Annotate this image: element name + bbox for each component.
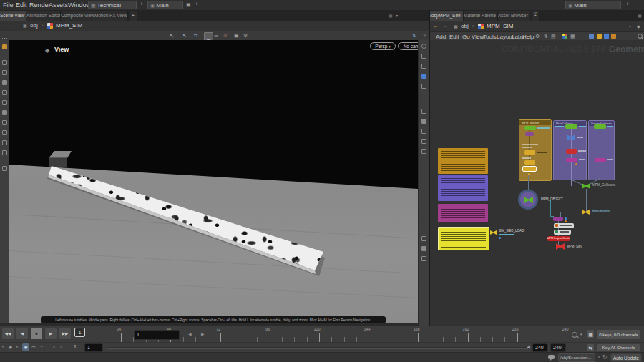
layout-grid-icon[interactable]: ▦ <box>570 34 575 39</box>
pane-link-icon[interactable]: ◆ <box>45 47 49 54</box>
path-forward-icon[interactable]: → <box>441 23 447 29</box>
tools-gear-icon[interactable]: ⚙ <box>535 34 540 39</box>
node-yellow[interactable] <box>524 160 535 165</box>
display-icon[interactable] <box>421 119 426 124</box>
persp-view-button[interactable]: Persp ▾ <box>370 42 396 50</box>
node-mpm-collider[interactable] <box>566 158 577 162</box>
close-icon[interactable]: ✕ <box>530 14 530 18</box>
camera-icon[interactable] <box>421 44 426 49</box>
node-mpm-sim[interactable] <box>556 243 565 250</box>
path-root[interactable]: obj <box>461 23 469 29</box>
pane-list-icon[interactable]: ▤ <box>638 13 642 18</box>
loop-mode-icon[interactable]: ↻ <box>16 344 19 349</box>
netbox-mpm-source[interactable]: MPM_Source <box>519 119 552 181</box>
translate-tool-icon[interactable]: ↖ <box>182 33 187 39</box>
menu-render[interactable]: Render <box>29 1 51 9</box>
tool-icon[interactable] <box>2 166 7 171</box>
node-attrib[interactable] <box>525 132 534 136</box>
tab-scene-view[interactable]: Scene View✕ <box>0 11 26 21</box>
path-root[interactable]: obj <box>30 22 38 29</box>
refresh-icon[interactable]: ↻ <box>602 354 608 361</box>
hierarchy-icon[interactable]: ⇅ <box>544 34 548 39</box>
range-slider-track[interactable] <box>107 347 528 349</box>
display-icon[interactable] <box>421 129 426 134</box>
step-back-button[interactable]: ◀ <box>188 331 192 336</box>
select-keys-icon[interactable]: ↖ <box>1 344 5 349</box>
netbox-second-collision[interactable]: SecondCollision <box>588 120 615 180</box>
folder-icon[interactable] <box>597 34 602 39</box>
sticky-note-yellow[interactable] <box>438 227 489 250</box>
node-object-merge[interactable] <box>524 126 536 130</box>
path-node[interactable]: MPM_SIM <box>56 22 82 29</box>
splitter-handle-icon[interactable]: ▴▾ <box>534 11 537 14</box>
toolbar-drag-handle[interactable] <box>1 33 8 39</box>
tab-asset-browser[interactable]: Asset Browser✕ <box>498 11 530 21</box>
recent-path-dropdown[interactable]: /obj/Secondari... <box>558 353 595 362</box>
net-menu-edit[interactable]: Edit <box>449 34 459 40</box>
display-icon[interactable] <box>421 54 426 59</box>
path-back-icon[interactable]: ← <box>433 23 439 29</box>
layout-tool-icon[interactable] <box>2 44 7 49</box>
desktop-spinner[interactable]: ⇕ <box>139 1 145 6</box>
current-frame-field[interactable]: 1 <box>134 330 180 340</box>
net-menu-go[interactable]: Go <box>462 34 470 40</box>
tool-icon[interactable] <box>2 90 7 95</box>
list-icon[interactable]: ▤ <box>551 34 556 39</box>
folder2-icon[interactable] <box>611 34 616 39</box>
stop-button[interactable]: ■ <box>30 328 43 340</box>
handles-tool-icon[interactable]: ⇆ <box>194 33 198 39</box>
node-collision-merge[interactable] <box>582 183 590 189</box>
window-icon[interactable]: ▣ <box>186 2 191 8</box>
path-node[interactable]: MPM_SIM <box>487 23 513 29</box>
sticky-note-magenta[interactable] <box>438 204 488 222</box>
pose-tool-icon[interactable]: ▣ <box>234 33 239 39</box>
camera-select-button[interactable]: No cam ▾ <box>398 42 418 50</box>
jump-end-icon[interactable]: » <box>60 344 62 348</box>
color-palette-icon[interactable] <box>562 34 567 39</box>
tab-composite-view[interactable]: Composite View✕ <box>61 11 94 21</box>
display-icon[interactable] <box>421 109 426 114</box>
scene-viewport[interactable]: ◆ View Persp ▾ No cam ▾ Left mouse tumbl… <box>9 40 418 323</box>
tool-icon[interactable] <box>2 140 7 145</box>
pane-menu-icon[interactable]: ▾ <box>396 13 398 18</box>
display-icon[interactable] <box>421 64 426 69</box>
tool-icon[interactable] <box>2 150 7 155</box>
scene-spinner[interactable]: ⇕ <box>194 1 200 6</box>
pane-list-icon[interactable]: ▤ <box>389 13 393 18</box>
settings-gear-icon[interactable]: ⚙ <box>243 33 248 39</box>
shaded-mode-icon[interactable] <box>421 74 426 79</box>
select-tool-icon[interactable]: ↖ <box>170 33 174 39</box>
net-menu-tools[interactable]: Tools <box>483 34 497 40</box>
help-icon[interactable]: ? <box>423 33 426 38</box>
step-forward-button[interactable]: ▶ <box>201 331 205 336</box>
node-mpm-source[interactable] <box>553 217 563 221</box>
right-scene-selector[interactable]: ◉ Main <box>565 1 621 9</box>
tab-motion-fx-view[interactable]: Motion FX View✕ <box>94 11 128 21</box>
netbox-main-collision[interactable]: MainCollision <box>553 120 587 180</box>
key-all-channels-button[interactable]: Key All Channels <box>597 343 640 352</box>
node-yellow-selected[interactable] <box>522 166 537 172</box>
keys-info-button[interactable]: 0 keys, 0/0 channels <box>597 329 640 340</box>
node-mpm-collider[interactable] <box>595 158 606 162</box>
play-reverse-button[interactable]: ◀ <box>16 328 29 340</box>
tool-icon[interactable] <box>2 100 7 105</box>
display-icon[interactable] <box>421 139 426 144</box>
node-yellow[interactable] <box>524 150 535 155</box>
realtime-toggle-icon[interactable]: ◉ <box>22 343 29 351</box>
range-slider-handle[interactable]: ◀ <box>527 344 530 349</box>
net-menu-view[interactable]: View <box>472 34 484 40</box>
desktop-selector[interactable]: ▦ Technical <box>88 1 137 9</box>
recent-path-spinner[interactable]: ⇕ <box>596 355 602 359</box>
node-object-merge[interactable] <box>565 124 577 129</box>
play-button[interactable]: ▶ <box>44 328 57 340</box>
forward-step-icon[interactable]: → <box>39 344 44 348</box>
tab-material-palette[interactable]: Material Palette✕ <box>464 11 498 21</box>
gallery-icon[interactable] <box>604 34 609 39</box>
tool-icon[interactable] <box>2 70 7 75</box>
new-tab-button[interactable]: + <box>130 11 137 21</box>
node-sim-geo-load[interactable] <box>490 230 497 235</box>
range-start-field[interactable]: 1 <box>84 343 103 352</box>
tab-animation-editor[interactable]: Animation Editor✕ <box>26 11 61 21</box>
anim-toggle-icon[interactable]: ◉ <box>9 344 12 349</box>
sticky-note-orange[interactable] <box>438 148 488 174</box>
